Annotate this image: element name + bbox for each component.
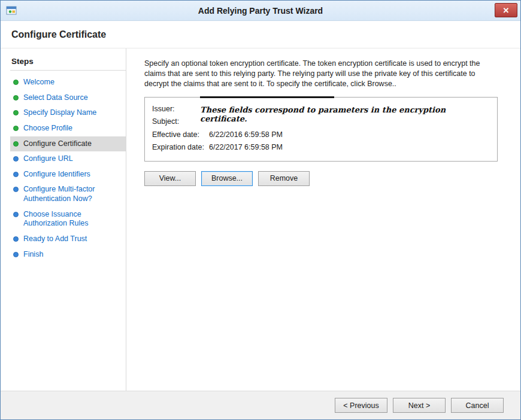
browse-button[interactable]: Browse... bbox=[201, 171, 253, 186]
step-label: Configure Multi-factor Authentication No… bbox=[23, 185, 122, 203]
step-label: Ready to Add Trust bbox=[23, 235, 87, 244]
cert-field-value: 6/22/2017 6:59:58 PM bbox=[209, 141, 490, 154]
step-status-icon bbox=[13, 80, 19, 85]
sidebar-item-finish[interactable]: Finish bbox=[10, 247, 126, 263]
window-title: Add Relying Party Trust Wizard bbox=[1, 6, 520, 16]
wizard-window: Add Relying Party Trust Wizard ✕ Configu… bbox=[0, 0, 521, 420]
step-label: Configure URL bbox=[23, 154, 73, 164]
step-status-icon bbox=[13, 141, 19, 147]
step-status-icon bbox=[13, 187, 19, 192]
step-status-icon bbox=[13, 110, 19, 115]
cert-field-row-effective-date: Effective date: 6/22/2016 6:59:58 PM bbox=[152, 129, 490, 142]
step-label: Finish bbox=[23, 250, 43, 260]
certificate-actions: View... Browse... Remove bbox=[144, 171, 498, 186]
previous-button[interactable]: < Previous bbox=[335, 398, 387, 413]
sidebar-item-specify-display-name[interactable]: Specify Display Name bbox=[10, 105, 126, 121]
certificate-details-box: Issuer: Subject: Effective date: 6/22/20… bbox=[144, 97, 498, 162]
view-button[interactable]: View... bbox=[144, 171, 196, 186]
step-label: Configure Identifiers bbox=[23, 170, 90, 179]
step-status-icon bbox=[13, 126, 19, 131]
app-icon bbox=[6, 5, 17, 16]
wizard-body: Steps Welcome Select Data Source Specify… bbox=[1, 48, 520, 391]
cert-field-row-expiration-date: Expiration date: 6/22/2017 6:59:58 PM bbox=[152, 141, 490, 154]
step-label: Specify Display Name bbox=[23, 108, 96, 118]
close-button[interactable]: ✕ bbox=[495, 3, 517, 17]
wizard-footer: < Previous Next > Cancel bbox=[1, 391, 520, 419]
sidebar-item-welcome[interactable]: Welcome bbox=[10, 75, 126, 90]
sidebar-item-choose-profile[interactable]: Choose Profile bbox=[10, 121, 126, 136]
cert-field-value: 6/22/2016 6:59:58 PM bbox=[209, 129, 490, 142]
annotation-note: These fields correspond to parameters in… bbox=[200, 105, 486, 123]
step-status-icon bbox=[13, 236, 19, 242]
sidebar-item-configure-identifiers[interactable]: Configure Identifiers bbox=[10, 167, 126, 182]
next-button[interactable]: Next > bbox=[393, 398, 446, 413]
sidebar-item-configure-certificate[interactable]: Configure Certificate bbox=[10, 136, 126, 152]
close-icon: ✕ bbox=[503, 6, 510, 15]
step-description: Specify an optional token encryption cer… bbox=[144, 59, 498, 89]
step-status-icon bbox=[13, 212, 19, 217]
step-label: Welcome bbox=[23, 78, 54, 87]
step-label: Choose Profile bbox=[23, 124, 72, 133]
steps-list: Welcome Select Data Source Specify Displ… bbox=[10, 75, 126, 262]
steps-sidebar: Steps Welcome Select Data Source Specify… bbox=[1, 48, 126, 391]
remove-button[interactable]: Remove bbox=[258, 171, 310, 186]
sidebar-item-choose-issuance-rules[interactable]: Choose Issuance Authorization Rules bbox=[10, 207, 126, 232]
sidebar-item-ready-to-add-trust[interactable]: Ready to Add Trust bbox=[10, 232, 126, 247]
step-status-icon bbox=[13, 156, 19, 162]
annotation-top-line bbox=[200, 96, 334, 98]
sidebar-item-configure-url[interactable]: Configure URL bbox=[10, 151, 126, 167]
cert-field-label: Expiration date: bbox=[152, 141, 209, 154]
step-content: Specify an optional token encryption cer… bbox=[126, 48, 520, 391]
page-title: Configure Certificate bbox=[11, 29, 106, 40]
steps-heading: Steps bbox=[10, 56, 126, 71]
cancel-button[interactable]: Cancel bbox=[451, 398, 504, 413]
sidebar-item-configure-multi-factor[interactable]: Configure Multi-factor Authentication No… bbox=[10, 182, 126, 206]
step-label: Configure Certificate bbox=[23, 139, 92, 149]
cert-field-label: Effective date: bbox=[152, 129, 209, 142]
step-status-icon bbox=[13, 95, 19, 101]
page-header: Configure Certificate bbox=[1, 21, 520, 48]
step-label: Select Data Source bbox=[23, 93, 88, 103]
sidebar-item-select-data-source[interactable]: Select Data Source bbox=[10, 90, 126, 106]
step-label: Choose Issuance Authorization Rules bbox=[23, 210, 122, 229]
titlebar: Add Relying Party Trust Wizard ✕ bbox=[1, 1, 520, 21]
step-status-icon bbox=[13, 172, 19, 177]
step-status-icon bbox=[13, 252, 19, 257]
